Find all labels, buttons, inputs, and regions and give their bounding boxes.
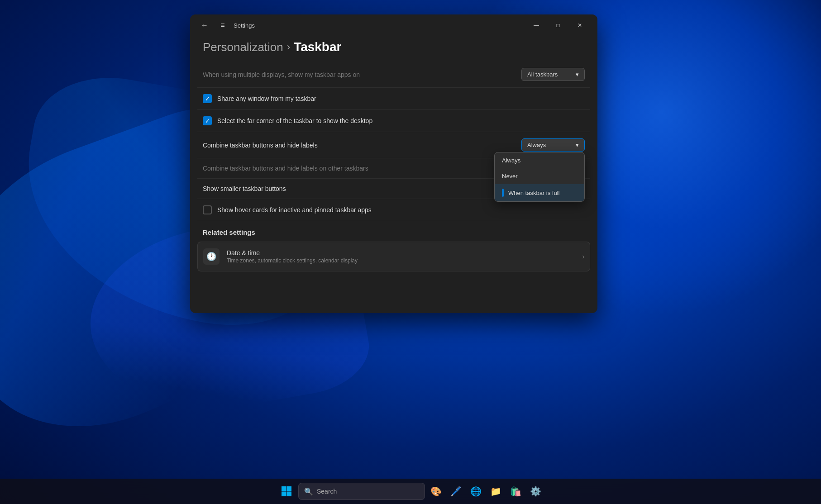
date-time-title: Date & time bbox=[227, 249, 575, 257]
breadcrumb: Personalization › Taskbar bbox=[203, 40, 585, 54]
dropdown-option-always[interactable]: Always bbox=[495, 152, 584, 168]
windows-logo-icon bbox=[281, 486, 292, 497]
taskbar-icon-settings[interactable]: ⚙️ bbox=[526, 482, 544, 500]
breadcrumb-current: Taskbar bbox=[294, 40, 341, 54]
window-controls: — □ ✕ bbox=[526, 18, 590, 33]
taskbar-icon-files[interactable]: 📁 bbox=[487, 482, 505, 500]
start-button[interactable] bbox=[277, 481, 296, 501]
taskbar-icon-tools[interactable]: 🎨 bbox=[427, 482, 445, 500]
dropdown-chevron-icon: ▾ bbox=[576, 71, 579, 78]
svg-rect-1 bbox=[287, 486, 292, 491]
chevron-right-icon: › bbox=[582, 253, 584, 260]
search-label: Search bbox=[317, 488, 337, 495]
combine-buttons-row: Combine taskbar buttons and hide labels … bbox=[197, 132, 590, 158]
far-corner-checkbox[interactable]: ✓ bbox=[203, 116, 212, 125]
combine-buttons-label: Combine taskbar buttons and hide labels bbox=[203, 142, 516, 149]
share-window-row: ✓ Share any window from my taskbar bbox=[197, 88, 590, 110]
breadcrumb-area: Personalization › Taskbar bbox=[190, 36, 597, 62]
title-bar: ← ≡ Settings — □ ✕ bbox=[190, 14, 597, 36]
dropdown-option-when-full[interactable]: When taskbar is full bbox=[495, 184, 584, 201]
taskbar: 🔍 Search 🎨 🖊️ 🌐 📁 🛍️ ⚙️ bbox=[0, 479, 821, 504]
combine-buttons-dropdown[interactable]: Always ▾ bbox=[521, 138, 585, 152]
checkmark-icon: ✓ bbox=[205, 118, 210, 124]
hover-cards-label: Show hover cards for inactive and pinned… bbox=[217, 206, 372, 214]
hamburger-button[interactable]: ≡ bbox=[215, 18, 230, 33]
date-time-icon: 🕐 bbox=[203, 248, 220, 265]
search-icon: 🔍 bbox=[304, 487, 313, 496]
taskbar-icon-store[interactable]: 🛍️ bbox=[506, 482, 525, 500]
taskbar-icon-browser[interactable]: 🌐 bbox=[467, 482, 485, 500]
combine-buttons-dropdown-menu: Always Never When taskbar is full bbox=[494, 152, 585, 202]
window-title: Settings bbox=[234, 22, 255, 29]
hover-cards-row: Show hover cards for inactive and pinned… bbox=[197, 199, 590, 221]
far-corner-row: ✓ Select the far corner of the taskbar t… bbox=[197, 110, 590, 132]
maximize-button[interactable]: □ bbox=[548, 18, 568, 33]
taskbar-icon-pen[interactable]: 🖊️ bbox=[447, 482, 465, 500]
taskbar-center: 🔍 Search 🎨 🖊️ 🌐 📁 🛍️ ⚙️ bbox=[277, 481, 544, 501]
svg-rect-2 bbox=[282, 492, 286, 497]
back-button[interactable]: ← bbox=[197, 18, 212, 33]
share-window-checkbox[interactable]: ✓ bbox=[203, 94, 212, 103]
date-time-row[interactable]: 🕐 Date & time Time zones, automatic cloc… bbox=[197, 242, 590, 271]
far-corner-label: Select the far corner of the taskbar to … bbox=[217, 117, 372, 124]
dropdown-chevron-icon: ▾ bbox=[576, 142, 579, 148]
dropdown-option-never[interactable]: Never bbox=[495, 168, 584, 184]
content-area[interactable]: When using multiple displays, show my ta… bbox=[190, 62, 597, 313]
multiple-displays-row: When using multiple displays, show my ta… bbox=[197, 62, 590, 88]
minimize-button[interactable]: — bbox=[526, 18, 547, 33]
settings-window: ← ≡ Settings — □ ✕ Personalization › Tas… bbox=[190, 14, 597, 313]
related-settings-title: Related settings bbox=[197, 221, 590, 240]
hover-cards-checkbox[interactable] bbox=[203, 205, 212, 214]
svg-rect-3 bbox=[287, 492, 292, 497]
multiple-displays-label: When using multiple displays, show my ta… bbox=[203, 71, 516, 78]
checkmark-icon: ✓ bbox=[205, 95, 210, 102]
date-time-subtitle: Time zones, automatic clock settings, ca… bbox=[227, 257, 575, 264]
close-button[interactable]: ✕ bbox=[569, 18, 590, 33]
share-window-label: Share any window from my taskbar bbox=[217, 95, 316, 102]
selected-indicator bbox=[502, 189, 504, 197]
title-bar-left: ← ≡ Settings bbox=[197, 18, 520, 33]
breadcrumb-separator: › bbox=[287, 41, 290, 53]
svg-rect-0 bbox=[282, 486, 286, 491]
search-bar[interactable]: 🔍 Search bbox=[298, 483, 425, 500]
breadcrumb-parent[interactable]: Personalization bbox=[203, 40, 283, 54]
multiple-displays-dropdown[interactable]: All taskbars ▾ bbox=[521, 68, 585, 81]
date-time-text: Date & time Time zones, automatic clock … bbox=[227, 249, 575, 264]
